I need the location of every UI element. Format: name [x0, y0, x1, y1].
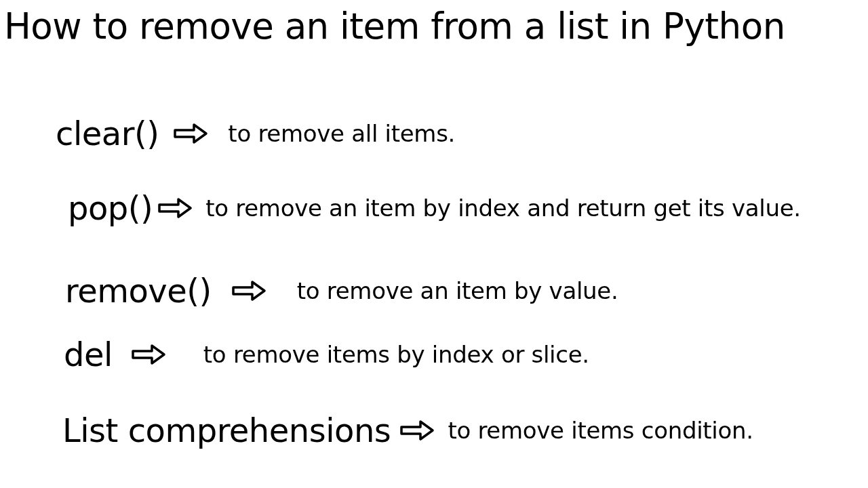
- method-name: List comprehensions: [62, 411, 391, 449]
- method-description: to remove items condition.: [448, 417, 753, 444]
- method-description: to remove an item by index and return ge…: [205, 195, 801, 222]
- method-name: pop(): [68, 189, 153, 227]
- method-description: to remove an item by value.: [297, 277, 618, 304]
- arrow-icon: [174, 122, 209, 145]
- method-name: remove(): [65, 272, 212, 310]
- page-title: How to remove an item from a list in Pyt…: [0, 0, 868, 47]
- arrow-icon: [132, 343, 167, 366]
- method-description: to remove items by index or slice.: [203, 341, 589, 368]
- method-row-remove: remove() to remove an item by value.: [56, 272, 868, 310]
- methods-list: clear() to remove all items. pop() to re…: [0, 47, 868, 449]
- arrow-icon: [400, 419, 435, 442]
- method-row-del: del to remove items by index or slice.: [56, 336, 868, 373]
- method-row-pop: pop() to remove an item by index and ret…: [56, 189, 868, 227]
- method-name: del: [64, 336, 113, 373]
- arrow-icon: [158, 197, 193, 220]
- arrow-icon: [232, 279, 267, 302]
- method-name: clear(): [56, 115, 159, 152]
- method-row-clear: clear() to remove all items.: [56, 115, 868, 152]
- method-description: to remove all items.: [228, 120, 455, 147]
- method-row-listcomp: List comprehensions to remove items cond…: [56, 411, 868, 449]
